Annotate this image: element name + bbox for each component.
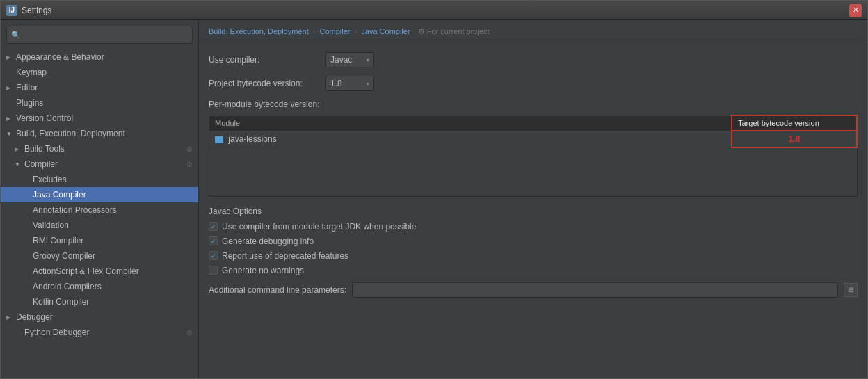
breadcrumb-note: ⚙ For current project (418, 27, 490, 35)
arrow-icon: ▶ (6, 115, 13, 122)
col-target-header: Target bytecode version (732, 115, 857, 131)
search-input[interactable] (24, 30, 188, 40)
arrow-icon: ▶ (6, 314, 13, 321)
title-bar: IJ Settings ✕ (1, 1, 867, 20)
arrow-icon: ▼ (15, 161, 22, 168)
sidebar-item-android[interactable]: ▶ Android Compilers (1, 279, 198, 294)
sidebar-item-plugins[interactable]: ▶ Plugins (1, 95, 198, 111)
main-content: 🔍 ▶ Appearance & Behavior ▶ Keymap ▶ Edi… (1, 20, 867, 378)
chevron-down-icon: ▾ (367, 81, 369, 87)
bytecode-version-dropdown[interactable]: 1.8 ▾ (326, 76, 374, 91)
sidebar-item-excludes[interactable]: ▶ Excludes (1, 172, 198, 187)
sidebar-item-label: RMI Compiler (33, 236, 193, 245)
close-button[interactable]: ✕ (849, 4, 862, 17)
sidebar-item-rmi[interactable]: ▶ RMI Compiler (1, 233, 198, 248)
additional-input[interactable] (352, 282, 838, 298)
sidebar-item-label: Plugins (16, 98, 193, 108)
nav-tree: ▶ Appearance & Behavior ▶ Keymap ▶ Edito… (1, 49, 198, 378)
sidebar-item-version-control[interactable]: ▶ Version Control (1, 111, 198, 126)
sidebar-item-actionscript[interactable]: ▶ ActionScript & Flex Compiler (1, 264, 198, 279)
chevron-down-icon: ▾ (367, 57, 369, 63)
arrow-icon: ▶ (6, 54, 13, 61)
use-compiler-value: Javac (330, 55, 364, 65)
sidebar-item-label: Excludes (33, 175, 193, 184)
additional-label: Additional command line parameters: (209, 285, 346, 295)
sidebar-item-keymap[interactable]: ▶ Keymap (1, 65, 198, 80)
window-title: Settings (22, 6, 849, 15)
sidebar-item-groovy[interactable]: ▶ Groovy Compiler (1, 248, 198, 264)
config-icon: ⚙ (186, 329, 193, 337)
module-icon (215, 136, 223, 143)
sidebar-item-validation[interactable]: ▶ Validation (1, 218, 198, 233)
target-cell: 1.8 (732, 131, 857, 147)
config-icon: ⚙ (186, 161, 193, 168)
config-icon: ⚙ (186, 145, 193, 153)
sidebar-item-python-debugger[interactable]: ▶ Python Debugger ⚙ (1, 325, 198, 340)
expand-button[interactable]: ⊞ (844, 283, 858, 297)
sidebar-item-label: Debugger (16, 312, 193, 322)
checkbox-use-compiler[interactable]: ✓ (209, 222, 218, 231)
sidebar-item-annotation[interactable]: ▶ Annotation Processors (1, 202, 198, 218)
checkbox-label-1: Use compiler from module target JDK when… (222, 222, 416, 232)
arrow-icon: ▶ (6, 85, 13, 91)
sidebar-item-build[interactable]: ▼ Build, Execution, Deployment (1, 126, 198, 141)
sidebar-item-label: Build, Execution, Deployment (16, 129, 193, 138)
sidebar-item-label: Appearance & Behavior (16, 52, 193, 62)
sidebar-item-label: Validation (33, 220, 193, 230)
sidebar-item-kotlin[interactable]: ▶ Kotlin Compiler (1, 294, 198, 309)
sidebar-item-label: Keymap (16, 67, 193, 77)
bytecode-version-row: Project bytecode version: 1.8 ▾ (209, 76, 858, 91)
use-compiler-dropdown[interactable]: Javac ▾ (326, 52, 374, 67)
arrow-icon: ▼ (6, 131, 13, 137)
sidebar-item-label: Build Tools (24, 144, 184, 154)
bytecode-version-label: Project bytecode version: (209, 79, 320, 88)
sidebar-item-debugger[interactable]: ▶ Debugger (1, 309, 198, 325)
breadcrumb-part1[interactable]: Build, Execution, Deployment (209, 27, 309, 35)
checkbox-row-4: Generate no warnings (209, 266, 858, 275)
table-spacer-row (209, 147, 858, 196)
col-module-header: Module (209, 115, 732, 131)
checkbox-row-3: ✓ Report use of deprecated features (209, 251, 858, 261)
checkbox-label-2: Generate debugging info (222, 236, 314, 246)
javac-options-title: Javac Options (209, 207, 858, 216)
checkbox-row-1: ✓ Use compiler from module target JDK wh… (209, 222, 858, 232)
sidebar-item-editor[interactable]: ▶ Editor (1, 80, 198, 95)
additional-row: Additional command line parameters: ⊞ (209, 282, 858, 298)
use-compiler-row: Use compiler: Javac ▾ (209, 52, 858, 67)
checkbox-report-deprecated[interactable]: ✓ (209, 251, 218, 260)
checkbox-generate-debug[interactable]: ✓ (209, 236, 218, 245)
sidebar-item-label: Android Compilers (33, 282, 193, 291)
breadcrumb-part2[interactable]: Compiler (319, 27, 350, 35)
sidebar-item-label: Compiler (24, 159, 184, 169)
breadcrumb-sep2: › (355, 27, 357, 35)
sidebar-item-compiler[interactable]: ▼ Compiler ⚙ (1, 156, 198, 172)
arrow-icon: ▶ (15, 146, 22, 152)
per-module-label: Per-module bytecode version: (209, 99, 858, 109)
checkbox-no-warnings[interactable] (209, 266, 218, 275)
sidebar-item-label: Groovy Compiler (33, 251, 193, 261)
checkbox-row-2: ✓ Generate debugging info (209, 236, 858, 246)
main-panel: Build, Execution, Deployment › Compiler … (199, 20, 867, 378)
breadcrumb-sep1: › (313, 27, 316, 35)
use-compiler-label: Use compiler: (209, 55, 320, 65)
bytecode-table: Module Target bytecode version java-less… (209, 115, 858, 197)
sidebar-item-label: Editor (16, 83, 193, 92)
settings-body: Use compiler: Javac ▾ Project bytecode v… (199, 42, 867, 378)
bytecode-version-value: 1.8 (330, 79, 364, 88)
search-box[interactable]: 🔍 (6, 26, 193, 44)
sidebar-item-label: Annotation Processors (33, 205, 193, 215)
sidebar-item-label: Python Debugger (24, 328, 184, 337)
sidebar-item-label: Java Compiler (33, 190, 193, 200)
spacer-cell (209, 147, 858, 196)
sidebar-item-java-compiler[interactable]: ▶ Java Compiler (1, 187, 198, 202)
breadcrumb-part3[interactable]: Java Compiler (361, 27, 410, 35)
sidebar-item-build-tools[interactable]: ▶ Build Tools ⚙ (1, 141, 198, 156)
table-row: java-lessions 1.8 (209, 131, 858, 147)
search-icon: 🔍 (11, 31, 21, 40)
sidebar-item-appearance[interactable]: ▶ Appearance & Behavior (1, 49, 198, 65)
checkbox-label-3: Report use of deprecated features (222, 251, 348, 261)
settings-window: IJ Settings ✕ 🔍 ▶ Appearance & Behavior … (0, 0, 868, 379)
app-icon: IJ (6, 5, 17, 16)
sidebar: 🔍 ▶ Appearance & Behavior ▶ Keymap ▶ Edi… (1, 20, 199, 378)
module-cell: java-lessions (209, 131, 732, 147)
